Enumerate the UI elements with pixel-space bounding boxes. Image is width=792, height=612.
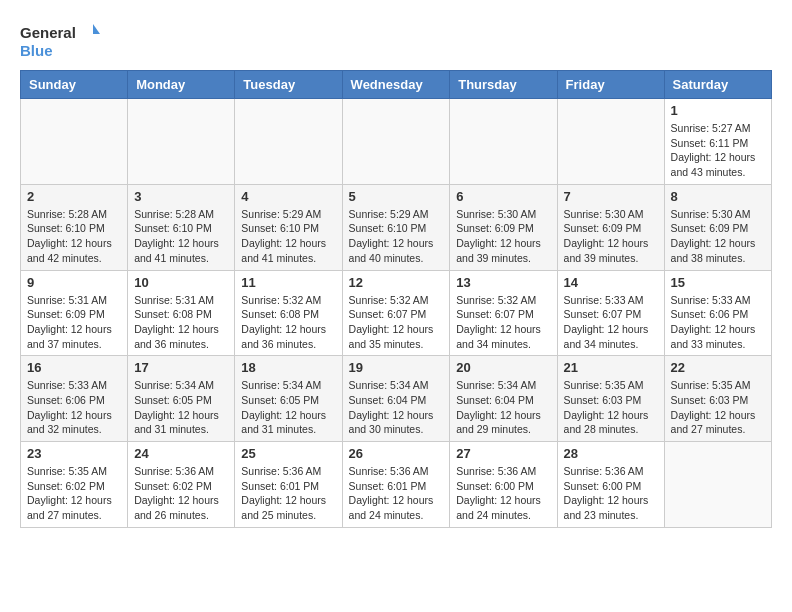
day-info: Sunrise: 5:27 AM Sunset: 6:11 PM Dayligh…: [671, 121, 765, 180]
day-cell: 26Sunrise: 5:36 AM Sunset: 6:01 PM Dayli…: [342, 442, 450, 528]
weekday-header-tuesday: Tuesday: [235, 71, 342, 99]
day-info: Sunrise: 5:34 AM Sunset: 6:04 PM Dayligh…: [349, 378, 444, 437]
day-cell: 7Sunrise: 5:30 AM Sunset: 6:09 PM Daylig…: [557, 184, 664, 270]
day-cell: 17Sunrise: 5:34 AM Sunset: 6:05 PM Dayli…: [128, 356, 235, 442]
day-cell: 20Sunrise: 5:34 AM Sunset: 6:04 PM Dayli…: [450, 356, 557, 442]
day-cell: 16Sunrise: 5:33 AM Sunset: 6:06 PM Dayli…: [21, 356, 128, 442]
day-info: Sunrise: 5:33 AM Sunset: 6:07 PM Dayligh…: [564, 293, 658, 352]
week-row-5: 23Sunrise: 5:35 AM Sunset: 6:02 PM Dayli…: [21, 442, 772, 528]
day-info: Sunrise: 5:33 AM Sunset: 6:06 PM Dayligh…: [27, 378, 121, 437]
day-info: Sunrise: 5:34 AM Sunset: 6:05 PM Dayligh…: [241, 378, 335, 437]
page-header: General Blue: [20, 20, 772, 60]
day-info: Sunrise: 5:31 AM Sunset: 6:09 PM Dayligh…: [27, 293, 121, 352]
day-number: 2: [27, 189, 121, 204]
day-cell: 21Sunrise: 5:35 AM Sunset: 6:03 PM Dayli…: [557, 356, 664, 442]
svg-marker-2: [93, 24, 100, 34]
day-info: Sunrise: 5:29 AM Sunset: 6:10 PM Dayligh…: [241, 207, 335, 266]
weekday-header-sunday: Sunday: [21, 71, 128, 99]
day-number: 21: [564, 360, 658, 375]
day-cell: [664, 442, 771, 528]
day-number: 8: [671, 189, 765, 204]
day-cell: 19Sunrise: 5:34 AM Sunset: 6:04 PM Dayli…: [342, 356, 450, 442]
day-number: 19: [349, 360, 444, 375]
day-cell: [342, 99, 450, 185]
day-info: Sunrise: 5:36 AM Sunset: 6:01 PM Dayligh…: [349, 464, 444, 523]
day-info: Sunrise: 5:34 AM Sunset: 6:04 PM Dayligh…: [456, 378, 550, 437]
day-cell: 10Sunrise: 5:31 AM Sunset: 6:08 PM Dayli…: [128, 270, 235, 356]
day-number: 13: [456, 275, 550, 290]
weekday-header-row: SundayMondayTuesdayWednesdayThursdayFrid…: [21, 71, 772, 99]
day-cell: 2Sunrise: 5:28 AM Sunset: 6:10 PM Daylig…: [21, 184, 128, 270]
day-cell: 25Sunrise: 5:36 AM Sunset: 6:01 PM Dayli…: [235, 442, 342, 528]
week-row-3: 9Sunrise: 5:31 AM Sunset: 6:09 PM Daylig…: [21, 270, 772, 356]
day-info: Sunrise: 5:36 AM Sunset: 6:02 PM Dayligh…: [134, 464, 228, 523]
day-info: Sunrise: 5:36 AM Sunset: 6:00 PM Dayligh…: [456, 464, 550, 523]
day-cell: 3Sunrise: 5:28 AM Sunset: 6:10 PM Daylig…: [128, 184, 235, 270]
weekday-header-friday: Friday: [557, 71, 664, 99]
day-info: Sunrise: 5:29 AM Sunset: 6:10 PM Dayligh…: [349, 207, 444, 266]
day-info: Sunrise: 5:28 AM Sunset: 6:10 PM Dayligh…: [27, 207, 121, 266]
day-number: 15: [671, 275, 765, 290]
day-info: Sunrise: 5:36 AM Sunset: 6:00 PM Dayligh…: [564, 464, 658, 523]
day-number: 5: [349, 189, 444, 204]
day-number: 9: [27, 275, 121, 290]
day-info: Sunrise: 5:33 AM Sunset: 6:06 PM Dayligh…: [671, 293, 765, 352]
day-cell: 6Sunrise: 5:30 AM Sunset: 6:09 PM Daylig…: [450, 184, 557, 270]
calendar-table: SundayMondayTuesdayWednesdayThursdayFrid…: [20, 70, 772, 528]
day-cell: 13Sunrise: 5:32 AM Sunset: 6:07 PM Dayli…: [450, 270, 557, 356]
day-number: 4: [241, 189, 335, 204]
day-number: 11: [241, 275, 335, 290]
day-cell: [450, 99, 557, 185]
day-cell: 12Sunrise: 5:32 AM Sunset: 6:07 PM Dayli…: [342, 270, 450, 356]
day-info: Sunrise: 5:30 AM Sunset: 6:09 PM Dayligh…: [671, 207, 765, 266]
day-number: 12: [349, 275, 444, 290]
svg-text:Blue: Blue: [20, 42, 53, 59]
day-info: Sunrise: 5:32 AM Sunset: 6:08 PM Dayligh…: [241, 293, 335, 352]
logo-svg: General Blue: [20, 20, 100, 60]
day-number: 26: [349, 446, 444, 461]
day-number: 22: [671, 360, 765, 375]
day-cell: 14Sunrise: 5:33 AM Sunset: 6:07 PM Dayli…: [557, 270, 664, 356]
day-info: Sunrise: 5:35 AM Sunset: 6:03 PM Dayligh…: [564, 378, 658, 437]
day-number: 20: [456, 360, 550, 375]
day-cell: 5Sunrise: 5:29 AM Sunset: 6:10 PM Daylig…: [342, 184, 450, 270]
day-info: Sunrise: 5:30 AM Sunset: 6:09 PM Dayligh…: [456, 207, 550, 266]
day-cell: 1Sunrise: 5:27 AM Sunset: 6:11 PM Daylig…: [664, 99, 771, 185]
day-info: Sunrise: 5:32 AM Sunset: 6:07 PM Dayligh…: [349, 293, 444, 352]
day-cell: 23Sunrise: 5:35 AM Sunset: 6:02 PM Dayli…: [21, 442, 128, 528]
day-number: 1: [671, 103, 765, 118]
day-number: 18: [241, 360, 335, 375]
day-info: Sunrise: 5:35 AM Sunset: 6:02 PM Dayligh…: [27, 464, 121, 523]
day-info: Sunrise: 5:34 AM Sunset: 6:05 PM Dayligh…: [134, 378, 228, 437]
day-info: Sunrise: 5:30 AM Sunset: 6:09 PM Dayligh…: [564, 207, 658, 266]
day-number: 25: [241, 446, 335, 461]
day-cell: 4Sunrise: 5:29 AM Sunset: 6:10 PM Daylig…: [235, 184, 342, 270]
day-cell: 11Sunrise: 5:32 AM Sunset: 6:08 PM Dayli…: [235, 270, 342, 356]
day-cell: 15Sunrise: 5:33 AM Sunset: 6:06 PM Dayli…: [664, 270, 771, 356]
day-info: Sunrise: 5:28 AM Sunset: 6:10 PM Dayligh…: [134, 207, 228, 266]
day-cell: 22Sunrise: 5:35 AM Sunset: 6:03 PM Dayli…: [664, 356, 771, 442]
day-number: 27: [456, 446, 550, 461]
day-cell: 18Sunrise: 5:34 AM Sunset: 6:05 PM Dayli…: [235, 356, 342, 442]
day-cell: 27Sunrise: 5:36 AM Sunset: 6:00 PM Dayli…: [450, 442, 557, 528]
day-cell: 24Sunrise: 5:36 AM Sunset: 6:02 PM Dayli…: [128, 442, 235, 528]
day-number: 10: [134, 275, 228, 290]
day-number: 17: [134, 360, 228, 375]
day-number: 14: [564, 275, 658, 290]
day-number: 24: [134, 446, 228, 461]
week-row-1: 1Sunrise: 5:27 AM Sunset: 6:11 PM Daylig…: [21, 99, 772, 185]
day-cell: 9Sunrise: 5:31 AM Sunset: 6:09 PM Daylig…: [21, 270, 128, 356]
svg-text:General: General: [20, 24, 76, 41]
day-info: Sunrise: 5:36 AM Sunset: 6:01 PM Dayligh…: [241, 464, 335, 523]
logo: General Blue: [20, 20, 100, 60]
weekday-header-thursday: Thursday: [450, 71, 557, 99]
week-row-4: 16Sunrise: 5:33 AM Sunset: 6:06 PM Dayli…: [21, 356, 772, 442]
day-number: 23: [27, 446, 121, 461]
weekday-header-saturday: Saturday: [664, 71, 771, 99]
day-info: Sunrise: 5:35 AM Sunset: 6:03 PM Dayligh…: [671, 378, 765, 437]
day-cell: 8Sunrise: 5:30 AM Sunset: 6:09 PM Daylig…: [664, 184, 771, 270]
day-cell: [235, 99, 342, 185]
week-row-2: 2Sunrise: 5:28 AM Sunset: 6:10 PM Daylig…: [21, 184, 772, 270]
day-cell: [557, 99, 664, 185]
day-info: Sunrise: 5:31 AM Sunset: 6:08 PM Dayligh…: [134, 293, 228, 352]
